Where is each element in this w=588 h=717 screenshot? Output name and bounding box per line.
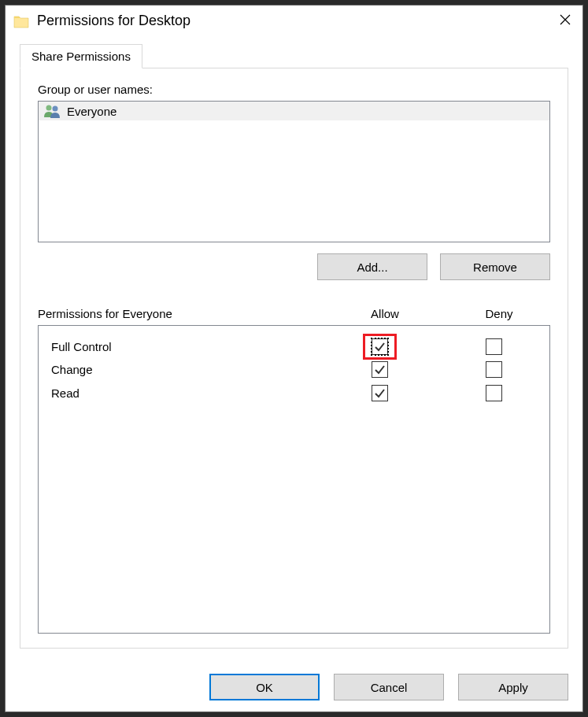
- apply-button[interactable]: Apply: [458, 674, 568, 700]
- tab-container: Share Permissions Group or user names:: [20, 44, 568, 649]
- deny-checkbox-read[interactable]: [486, 385, 502, 401]
- remove-button[interactable]: Remove: [440, 253, 550, 280]
- group-user-label: Group or user names:: [38, 83, 550, 96]
- cancel-button[interactable]: Cancel: [334, 674, 444, 700]
- highlight-box: [363, 334, 397, 360]
- permissions-dialog: Permissions for Desktop Share Permission…: [5, 5, 583, 712]
- deny-checkbox-change[interactable]: [486, 361, 502, 378]
- user-buttons-row: Add... Remove: [38, 253, 550, 280]
- table-row: Full Control: [43, 334, 545, 357]
- tab-share-permissions[interactable]: Share Permissions: [20, 44, 142, 68]
- tab-panel: Group or user names: Everyone: [20, 68, 568, 649]
- add-button[interactable]: Add...: [317, 253, 427, 280]
- dialog-content: Share Permissions Group or user names:: [6, 36, 582, 663]
- ok-button[interactable]: OK: [209, 674, 320, 700]
- titlebar: Permissions for Desktop: [6, 6, 582, 36]
- close-button[interactable]: [556, 12, 575, 30]
- dialog-title: Permissions for Desktop: [37, 13, 548, 29]
- folder-icon: [13, 14, 29, 28]
- users-icon: [43, 104, 62, 118]
- deny-column-header: Deny: [448, 307, 550, 320]
- allow-checkbox-read[interactable]: [372, 385, 388, 401]
- list-item[interactable]: Everyone: [39, 102, 549, 120]
- allow-checkbox-change[interactable]: [372, 361, 388, 378]
- table-row: Change: [43, 357, 545, 381]
- permission-name: Full Control: [43, 340, 316, 353]
- table-row: Read: [43, 381, 545, 405]
- svg-point-0: [46, 105, 52, 111]
- svg-point-1: [53, 106, 58, 112]
- dialog-buttons: OK Cancel Apply: [6, 663, 582, 711]
- permissions-header: Permissions for Everyone Allow Deny: [38, 307, 550, 320]
- permissions-for-label: Permissions for Everyone: [38, 307, 322, 320]
- tab-strip: Share Permissions: [20, 44, 568, 68]
- list-item-label: Everyone: [67, 105, 116, 118]
- group-user-listbox[interactable]: Everyone: [38, 101, 550, 242]
- deny-checkbox-full-control[interactable]: [486, 338, 502, 355]
- allow-column-header: Allow: [322, 307, 448, 320]
- allow-checkbox-full-control[interactable]: [372, 338, 388, 355]
- permission-name: Read: [43, 386, 316, 400]
- permissions-table: Full Control: [38, 325, 550, 634]
- permission-name: Change: [43, 363, 316, 376]
